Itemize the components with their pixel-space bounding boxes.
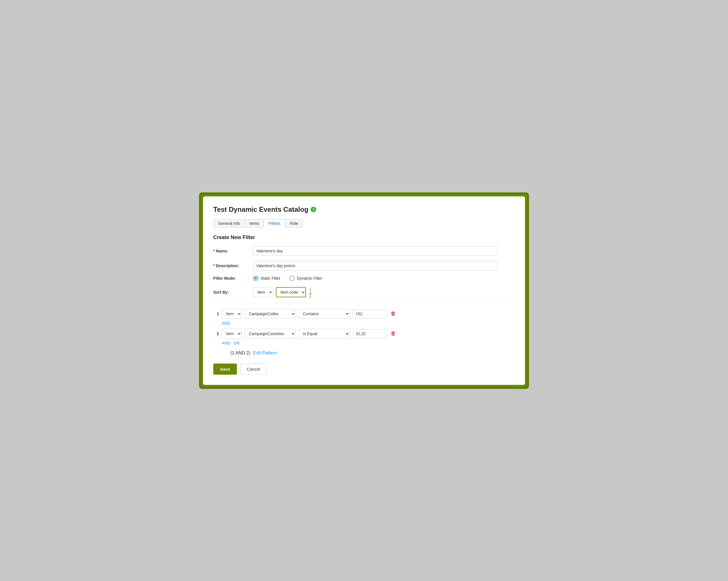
static-filter-option[interactable]: Static Filter (253, 276, 280, 281)
tab-filters[interactable]: Filters (264, 219, 285, 228)
tab-general-info[interactable]: General Info (213, 219, 244, 228)
filter-2-operator-select[interactable]: Is Equal (298, 329, 350, 339)
desc-required: * (213, 264, 216, 268)
filter-row-2: 2 Item CampaignCountries Is Equal 🗑 (213, 329, 515, 339)
and-connector-1: AND (222, 321, 515, 325)
desc-row: * Description: (213, 261, 515, 271)
static-filter-label: Static Filter (260, 276, 280, 281)
filter-mode-row: Filter Mode: Static Filter Dynamic Filte… (213, 276, 515, 281)
dynamic-filter-label: Dynamic Filter (297, 276, 322, 281)
cancel-button[interactable]: Cancel (240, 364, 267, 375)
page-title: Test Dynamic Events Catalog (213, 206, 308, 213)
filter-1-type-select[interactable]: Item (222, 309, 242, 319)
filter-2-type-select[interactable]: Item (222, 329, 242, 339)
and-link-2[interactable]: AND (222, 341, 230, 345)
edit-pattern-link[interactable]: Edit Pattern (253, 350, 277, 355)
sort-by-row: Sort By: Item Item code ↓ AZ (213, 286, 515, 298)
filter-num-1: 1 (213, 312, 219, 316)
and-or-row: AND OR (222, 341, 515, 345)
filter-2-value-input[interactable] (353, 329, 387, 338)
and-link-1[interactable]: AND (222, 321, 230, 325)
filter-num-2: 2 (213, 332, 219, 336)
filter-mode-label: Filter Mode: (213, 276, 253, 281)
sort-by-type-select[interactable]: Item (253, 287, 273, 297)
inner-container: Test Dynamic Events Catalog i General In… (203, 196, 525, 385)
sort-az-icon[interactable]: ↓ AZ (309, 286, 312, 298)
name-row: * Name: (213, 246, 515, 256)
sort-by-label: Sort By: (213, 290, 253, 294)
desc-input[interactable] (253, 261, 498, 271)
filter-row-1: 1 Item CampaignCodes Contains 🗑 (213, 309, 515, 319)
action-row: Save Cancel (213, 364, 515, 375)
section-title: Create New Filter (213, 235, 515, 240)
or-link[interactable]: OR (234, 341, 240, 345)
filter-1-operator-select[interactable]: Contains (298, 309, 350, 319)
outer-border: Test Dynamic Events Catalog i General In… (199, 192, 529, 389)
info-icon[interactable]: i (311, 207, 316, 212)
filter-1-field-select[interactable]: CampaignCodes (244, 309, 296, 319)
name-required: * (213, 249, 216, 253)
filter-2-field-select[interactable]: CampaignCountries (244, 329, 296, 339)
page-title-row: Test Dynamic Events Catalog i (213, 206, 515, 213)
desc-label: * Description: (213, 264, 253, 268)
filter-1-delete-button[interactable]: 🗑 (390, 310, 397, 317)
filter-1-value-input[interactable] (353, 309, 387, 318)
filter-2-delete-button[interactable]: 🗑 (390, 330, 397, 337)
sort-controls: Item Item code ↓ AZ (253, 286, 312, 298)
name-label: * Name: (213, 249, 253, 253)
pattern-text: (1 AND 2) (230, 350, 250, 355)
divider-1 (213, 303, 515, 304)
static-filter-radio[interactable] (253, 276, 258, 281)
dynamic-filter-radio[interactable] (289, 276, 295, 281)
tab-role[interactable]: Role (285, 219, 303, 228)
tab-items[interactable]: Items (244, 219, 264, 228)
tabs-bar: General Info Items Filters Role (213, 219, 515, 228)
filter-mode-radio-group: Static Filter Dynamic Filter (253, 276, 322, 281)
pattern-row: (1 AND 2) Edit Pattern (230, 350, 515, 355)
dynamic-filter-option[interactable]: Dynamic Filter (289, 276, 322, 281)
name-input[interactable] (253, 246, 498, 256)
sort-by-field-select[interactable]: Item code (276, 287, 306, 297)
save-button[interactable]: Save (213, 364, 237, 375)
